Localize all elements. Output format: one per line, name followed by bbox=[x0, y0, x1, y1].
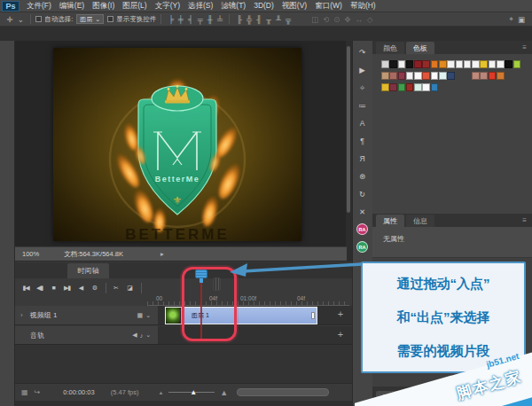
tab-info[interactable]: 信息 bbox=[406, 215, 434, 227]
color-swatch[interactable] bbox=[398, 72, 406, 80]
horizontal-scrollbar-thumb[interactable] bbox=[237, 388, 329, 396]
color-swatch[interactable] bbox=[422, 83, 430, 91]
menu-item[interactable]: 图像(I) bbox=[92, 1, 114, 12]
color-swatch[interactable] bbox=[439, 60, 447, 68]
3d-scale-icon[interactable]: ◇ bbox=[367, 15, 373, 24]
menu-item[interactable]: 窗口(W) bbox=[315, 1, 342, 12]
align-left-icon[interactable]: ╞ bbox=[168, 15, 174, 24]
color-swatch[interactable] bbox=[381, 60, 389, 68]
align-top-icon[interactable]: ╤ bbox=[198, 15, 203, 24]
timeline-zoom-slider[interactable]: ▲ bbox=[168, 392, 215, 393]
move-tool-preset-icon[interactable]: ✛ bbox=[7, 15, 13, 24]
next-frame-button[interactable]: ▶▮ bbox=[61, 282, 74, 294]
split-clip-button[interactable]: ✂ bbox=[110, 282, 122, 294]
color-swatch[interactable] bbox=[414, 83, 422, 91]
color-swatch[interactable] bbox=[489, 60, 497, 68]
menu-item[interactable]: 编辑(E) bbox=[59, 1, 84, 12]
color-swatch[interactable] bbox=[472, 72, 480, 80]
color-swatch[interactable] bbox=[447, 72, 455, 80]
tab-swatches[interactable]: 色板 bbox=[406, 42, 434, 54]
chevron-down-icon[interactable]: ⌄ bbox=[18, 15, 24, 24]
plugin-badge-red[interactable]: RA bbox=[356, 223, 368, 235]
color-swatch[interactable] bbox=[381, 72, 389, 80]
panel-menu-icon[interactable]: ≡ bbox=[522, 43, 527, 51]
distribute-left-icon[interactable]: ╥ bbox=[266, 15, 271, 24]
color-swatch[interactable] bbox=[431, 72, 439, 80]
workspace-layout-icon[interactable]: ▣ bbox=[518, 15, 525, 24]
vertical-scrollbar-thumb[interactable] bbox=[347, 46, 350, 213]
audio-track-header[interactable]: 音轨 ◀ ♪ ⌄ bbox=[15, 326, 158, 344]
zoom-out-icon[interactable]: ▲ bbox=[158, 390, 163, 395]
color-swatch[interactable] bbox=[406, 83, 414, 91]
color-swatch[interactable] bbox=[389, 72, 397, 80]
color-swatch[interactable] bbox=[497, 72, 505, 80]
menu-item[interactable]: 选择(S) bbox=[188, 1, 213, 12]
3d-mode-icon[interactable]: ◫ bbox=[311, 15, 318, 24]
distribute-middle-icon[interactable]: ╬ bbox=[246, 15, 252, 24]
glyphs-icon[interactable]: Я bbox=[356, 152, 369, 164]
tab-timeline[interactable]: 时间轴 bbox=[67, 263, 109, 278]
plugin-badge-green[interactable]: RA bbox=[356, 241, 368, 253]
character-icon[interactable]: A bbox=[356, 117, 369, 129]
color-swatch[interactable] bbox=[398, 83, 406, 91]
color-swatch[interactable] bbox=[422, 72, 430, 80]
color-swatch[interactable] bbox=[406, 72, 414, 80]
align-center-h-icon[interactable]: ╪ bbox=[178, 15, 184, 24]
render-video-icon[interactable]: ↪ bbox=[35, 388, 41, 396]
menu-item[interactable]: 文件(F) bbox=[27, 1, 51, 12]
close-icon[interactable]: ✕ bbox=[356, 206, 369, 217]
color-swatch[interactable] bbox=[431, 83, 439, 91]
expand-icon[interactable]: › bbox=[20, 311, 23, 319]
panel-tab[interactable]: 通道 bbox=[406, 391, 434, 403]
menu-item[interactable]: 帮助(H) bbox=[350, 1, 376, 12]
align-middle-icon[interactable]: ╫ bbox=[207, 15, 213, 24]
color-swatch[interactable] bbox=[381, 83, 389, 91]
tab-color[interactable]: 颜色 bbox=[376, 42, 404, 54]
3d-roll-icon[interactable]: ⊙ bbox=[333, 15, 340, 24]
3d-rotate-icon[interactable]: ⟲ bbox=[323, 15, 329, 24]
show-transform-checkbox[interactable] bbox=[107, 16, 113, 22]
auto-select-dropdown[interactable]: 图层 ⌄ bbox=[76, 14, 104, 24]
distribute-center-icon[interactable]: ╨ bbox=[276, 15, 281, 24]
auto-select-checkbox[interactable] bbox=[35, 16, 42, 22]
transition-button[interactable]: ◪ bbox=[124, 282, 137, 294]
color-swatch[interactable] bbox=[480, 72, 488, 80]
color-swatch[interactable] bbox=[439, 72, 447, 80]
clip-out-point-handle[interactable] bbox=[311, 312, 315, 319]
color-swatch[interactable] bbox=[406, 60, 414, 68]
color-swatch[interactable] bbox=[447, 60, 455, 68]
color-swatch[interactable] bbox=[422, 60, 430, 68]
color-swatch[interactable] bbox=[480, 60, 488, 68]
menu-item[interactable]: 视图(V) bbox=[282, 1, 307, 12]
chevron-down-icon[interactable]: ⌄ bbox=[145, 332, 151, 339]
slider-thumb[interactable]: ▲ bbox=[190, 388, 197, 396]
play-button[interactable]: ■ bbox=[47, 282, 59, 294]
panel-menu-icon[interactable]: ≡ bbox=[522, 216, 527, 224]
zoom-level-field[interactable]: 100% bbox=[22, 250, 39, 258]
adjustments-icon[interactable]: ≔ bbox=[356, 99, 369, 111]
first-frame-button[interactable]: ▮◀ bbox=[20, 282, 32, 294]
color-swatch[interactable] bbox=[389, 60, 397, 68]
add-media-button[interactable]: + bbox=[334, 308, 347, 319]
3d-slide-icon[interactable]: ↔ bbox=[356, 15, 364, 24]
playback-options-button[interactable]: ⚙ bbox=[89, 282, 101, 294]
distribute-top-icon[interactable]: ╟ bbox=[237, 15, 242, 24]
speaker-icon[interactable]: ◀ bbox=[132, 332, 137, 339]
menu-item[interactable]: 文字(Y) bbox=[155, 1, 180, 12]
panel-tab[interactable]: 路径 bbox=[436, 391, 465, 403]
brush-presets-icon[interactable]: ⊛ bbox=[356, 170, 369, 182]
video-group-header[interactable]: › 视频组 1 ▦ ⌄ bbox=[15, 306, 158, 324]
menu-item[interactable]: 3D(D) bbox=[254, 1, 274, 12]
styles-icon[interactable]: ✧ bbox=[356, 82, 369, 93]
zoom-in-icon[interactable]: ▲ bbox=[220, 388, 228, 397]
color-swatch[interactable] bbox=[398, 60, 406, 68]
color-swatch[interactable] bbox=[513, 60, 521, 68]
panel-tab[interactable]: 图层 bbox=[376, 391, 404, 403]
music-note-icon[interactable]: ♪ bbox=[140, 332, 144, 339]
menu-item[interactable]: 图层(L) bbox=[122, 1, 146, 12]
chevron-down-icon[interactable]: ⌄ bbox=[145, 312, 151, 319]
distribute-right-icon[interactable]: ╦ bbox=[286, 15, 291, 24]
color-swatch[interactable] bbox=[505, 60, 512, 68]
zoom-tool-icon[interactable]: ⌖ bbox=[509, 14, 513, 24]
color-swatch[interactable] bbox=[456, 60, 464, 68]
